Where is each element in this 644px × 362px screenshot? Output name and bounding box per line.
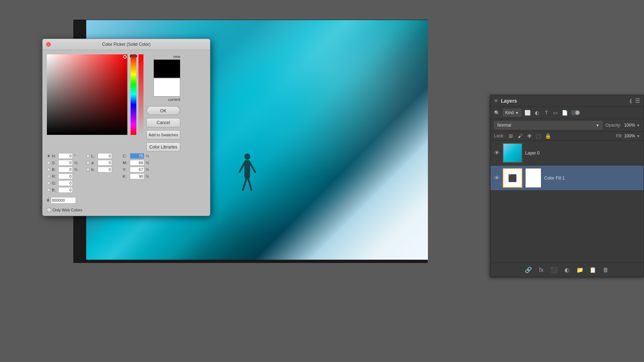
c-unit: %: [146, 154, 151, 158]
new-color-label: new: [173, 54, 180, 59]
new-layer-icon[interactable]: 📋: [589, 266, 597, 273]
lock-all-icon[interactable]: 🔒: [545, 133, 552, 139]
rgb-b-input[interactable]: [58, 187, 73, 193]
a-input[interactable]: [98, 160, 112, 166]
y-input[interactable]: [130, 167, 144, 172]
radio-lab-b[interactable]: [86, 168, 90, 171]
svg-line-5: [248, 178, 252, 190]
layer-item[interactable]: 👁 Layer 0: [491, 141, 644, 166]
h-input[interactable]: [58, 153, 73, 159]
opacity-label: Opacity:: [605, 123, 621, 128]
blend-mode-label: Normal: [497, 123, 511, 128]
radio-lab-a[interactable]: [86, 161, 90, 165]
radio-rgb-r[interactable]: [47, 175, 50, 178]
blend-mode-dropdown[interactable]: Normal ▼: [494, 121, 602, 129]
radio-hsb-s[interactable]: [47, 161, 50, 165]
filter-pixel-icon[interactable]: ⬜: [524, 109, 531, 116]
layer-0-thumbnail: [503, 143, 522, 163]
new-adjustment-icon[interactable]: ◐: [563, 266, 571, 273]
panel-close-icon[interactable]: ✕: [494, 98, 498, 103]
color-fill-1-mask: [525, 168, 541, 188]
filter-type-icon[interactable]: T: [543, 109, 550, 116]
m-input[interactable]: [130, 160, 144, 166]
add-to-swatches-button[interactable]: Add to Swatches: [146, 130, 180, 140]
new-group-icon[interactable]: 📁: [576, 266, 584, 273]
layer-item[interactable]: 👁 ⬛ Color Fill 1: [491, 166, 644, 191]
dialog-close-button[interactable]: [46, 42, 51, 47]
dialog-title: Color Picker (Solid Color): [102, 42, 150, 47]
filter-shape-icon[interactable]: ▭: [552, 109, 559, 116]
blend-opacity-row: Normal ▼ Opacity: 100% ▼: [491, 119, 644, 132]
color-libraries-button[interactable]: Color Libraries: [146, 142, 180, 152]
opacity-arrow[interactable]: ▼: [636, 123, 640, 127]
r-input[interactable]: [58, 173, 73, 179]
cancel-button[interactable]: Cancel: [146, 118, 180, 127]
lab-b-label: b:: [91, 167, 96, 172]
layer-fill-icon: ⬛: [508, 174, 517, 182]
add-mask-icon[interactable]: ⬛: [550, 266, 558, 273]
color-gradient-square[interactable]: [47, 54, 129, 137]
g-label: G:: [52, 181, 57, 185]
k-input[interactable]: [130, 173, 144, 179]
svg-line-2: [239, 163, 244, 172]
only-web-colors-checkbox[interactable]: [47, 208, 51, 212]
opacity-section: Opacity: 100% ▼: [605, 123, 640, 128]
fill-arrow[interactable]: ▼: [636, 134, 640, 138]
layer-0-visibility-toggle[interactable]: 👁: [494, 150, 500, 156]
layers-list: 👁 Layer 0 👁 ⬛ Color Fill 1: [491, 141, 644, 191]
y-unit: %: [146, 167, 151, 172]
c-label: C:: [123, 154, 128, 158]
layers-toolbar: 🔗 fx ⬛ ◐ 📁 📋 🗑: [491, 263, 644, 277]
layers-panel: ✕ Layers ⟪ ☰ 🔍 Kind ▼ ⬜ ◐ T ▭ 📄 Normal: [490, 95, 644, 277]
delete-layer-icon[interactable]: 🗑: [602, 267, 610, 273]
svg-point-0: [244, 153, 250, 160]
radio-rgb-b[interactable]: [47, 188, 50, 192]
panel-menu-icon[interactable]: ☰: [635, 97, 640, 104]
lock-pixels-icon[interactable]: ⊞: [507, 133, 514, 139]
lock-artboard-icon[interactable]: ⬚: [535, 133, 542, 139]
s-unit: %: [74, 161, 79, 165]
l-label: L:: [91, 154, 96, 158]
color-fill-1-visibility-toggle[interactable]: 👁: [494, 175, 500, 181]
layer-0-name: Layer 0: [525, 151, 640, 156]
layers-panel-titlebar: ✕ Layers ⟪ ☰: [491, 95, 644, 107]
color-picker-cursor: [123, 55, 127, 59]
radio-rgb-g[interactable]: [47, 181, 50, 185]
svg-line-3: [250, 163, 255, 172]
r-label: R:: [52, 174, 57, 178]
h-label: H:: [52, 154, 57, 158]
y-label: Y:: [123, 167, 128, 172]
s-label: S:: [52, 161, 57, 165]
radio-hsb-b[interactable]: [47, 168, 50, 171]
g-input[interactable]: [58, 180, 73, 186]
filter-adjustment-icon[interactable]: ◐: [533, 109, 541, 116]
lock-image-icon[interactable]: 🖌: [517, 133, 524, 139]
blend-mode-arrow: ▼: [596, 123, 599, 127]
ok-button[interactable]: OK: [146, 106, 180, 115]
c-input[interactable]: [130, 153, 144, 159]
opacity-value[interactable]: 100%: [623, 123, 635, 128]
l-input[interactable]: [98, 153, 112, 159]
kind-label: Kind: [505, 110, 514, 115]
panel-expand-icon[interactable]: ⟪: [629, 98, 632, 104]
lock-position-icon[interactable]: ✤: [526, 133, 533, 139]
filter-smart-icon[interactable]: 📄: [561, 109, 569, 116]
radio-hsb-h[interactable]: [47, 154, 50, 158]
b-input[interactable]: [58, 167, 73, 172]
spectrum-bar[interactable]: [131, 54, 137, 135]
new-color-preview: [153, 59, 180, 78]
k-label: K:: [123, 174, 128, 178]
lab-b-input[interactable]: [98, 167, 112, 172]
s-input[interactable]: [58, 160, 73, 166]
link-layers-icon[interactable]: 🔗: [525, 266, 532, 273]
filter-toggle[interactable]: [571, 110, 580, 115]
radio-lab-l[interactable]: [86, 154, 90, 158]
b-label: B:: [52, 167, 57, 172]
alpha-bar[interactable]: [138, 54, 143, 135]
color-fill-1-thumbnail: ⬛: [503, 168, 522, 188]
color-fill-1-name: Color Fill 1: [544, 176, 640, 181]
hex-input[interactable]: [51, 197, 76, 204]
fill-value[interactable]: 100%: [624, 133, 635, 138]
layer-fx-icon[interactable]: fx: [537, 267, 545, 273]
kind-dropdown[interactable]: Kind ▼: [503, 109, 521, 117]
